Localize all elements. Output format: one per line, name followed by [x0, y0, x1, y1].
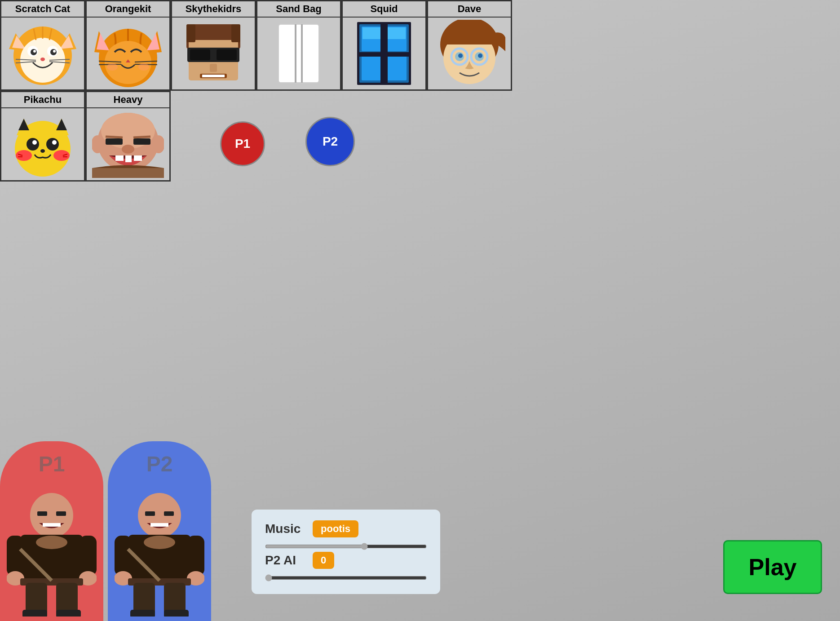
svg-rect-94 [37, 511, 47, 516]
svg-line-84 [106, 137, 123, 138]
p1-panel-arch[interactable]: P1 [0, 441, 103, 486]
p1-panel-body [0, 486, 103, 621]
char-img-orangekit [87, 18, 169, 89]
svg-point-63 [478, 53, 482, 58]
svg-rect-36 [190, 49, 210, 60]
svg-rect-55 [359, 52, 409, 57]
char-img-skythekidrs [172, 18, 255, 89]
svg-point-11 [53, 50, 56, 53]
svg-rect-100 [80, 536, 97, 576]
char-img-scratch-cat [1, 18, 84, 89]
svg-rect-83 [133, 138, 150, 145]
controls-panel: Music pootis P2 AI 0 [252, 510, 440, 594]
svg-point-73 [16, 150, 32, 161]
orangekit-svg [92, 20, 164, 87]
p2ai-label: P2 AI [265, 553, 305, 568]
dave-svg [433, 20, 505, 87]
svg-point-86 [122, 145, 134, 154]
svg-point-62 [458, 53, 463, 58]
heavy-head-svg [92, 111, 164, 178]
svg-point-10 [33, 50, 36, 53]
svg-point-31 [107, 63, 118, 71]
svg-point-74 [53, 150, 70, 161]
music-label: Music [265, 522, 305, 536]
svg-rect-95 [56, 511, 66, 516]
p1-panel-label: P1 [39, 452, 65, 476]
char-card-squid[interactable]: Squid [341, 0, 427, 91]
svg-rect-124 [164, 610, 189, 617]
char-card-sand-bag[interactable]: Sand Bag [256, 0, 341, 91]
svg-rect-37 [217, 49, 237, 60]
char-card-dave[interactable]: Dave [427, 0, 512, 91]
p2-panel-arch[interactable]: P2 [108, 441, 211, 486]
char-card-orangekit[interactable]: Orangekit [85, 0, 171, 91]
char-name-dave: Dave [428, 1, 511, 18]
svg-rect-41 [186, 24, 195, 42]
p2-indicator[interactable]: P2 [305, 117, 355, 166]
char-card-skythekidrs[interactable]: Skythekidrs [171, 0, 256, 91]
svg-rect-123 [130, 610, 155, 617]
char-img-pikachu [1, 108, 84, 180]
svg-rect-50 [362, 56, 382, 80]
char-img-squid [343, 18, 425, 89]
svg-point-98 [36, 536, 67, 549]
music-badge[interactable]: pootis [313, 520, 358, 537]
char-img-dave [428, 18, 511, 89]
char-name-heavy: Heavy [87, 92, 169, 108]
skythekidrs-svg [177, 20, 249, 87]
p2-panel-label: P2 [146, 452, 173, 476]
char-name-sand-bag: Sand Bag [257, 1, 340, 18]
p2ai-badge[interactable]: 0 [313, 552, 334, 569]
p2-circle-label: P2 [323, 134, 338, 149]
p2-panel-body [108, 486, 211, 621]
svg-line-85 [133, 137, 150, 138]
p1-circle-label: P1 [235, 137, 250, 151]
p2-player-panel: P2 [108, 441, 211, 621]
char-img-sand-bag [257, 18, 340, 89]
char-card-heavy[interactable]: Heavy [85, 91, 171, 182]
music-slider[interactable] [265, 545, 427, 548]
svg-rect-52 [363, 27, 381, 39]
sandbag-svg [263, 20, 335, 87]
char-name-scratch-cat: Scratch Cat [1, 1, 84, 18]
svg-point-93 [30, 493, 73, 538]
p2ai-slider-row [265, 576, 427, 580]
p2-character-sprite [115, 491, 204, 617]
p1-indicator[interactable]: P1 [220, 121, 265, 166]
svg-marker-68 [56, 119, 67, 130]
svg-rect-111 [164, 511, 174, 516]
svg-point-71 [32, 140, 37, 145]
svg-point-109 [138, 493, 181, 538]
char-card-pikachu[interactable]: Pikachu [0, 91, 85, 182]
svg-rect-92 [92, 168, 164, 178]
squid-svg [348, 20, 420, 87]
svg-rect-107 [22, 610, 47, 617]
char-img-heavy [87, 108, 169, 180]
svg-point-69 [27, 138, 39, 151]
play-button-label: Play [749, 554, 797, 581]
svg-point-114 [144, 536, 175, 549]
svg-rect-110 [145, 511, 155, 516]
char-card-scratch-cat[interactable]: Scratch Cat [0, 0, 85, 91]
play-button[interactable]: Play [723, 540, 822, 594]
svg-rect-88 [125, 155, 132, 162]
music-slider-row [265, 545, 427, 548]
p2ai-control-row: P2 AI 0 [265, 552, 427, 569]
svg-rect-99 [7, 536, 24, 576]
svg-point-70 [46, 138, 59, 151]
svg-rect-96 [43, 523, 61, 527]
svg-point-12 [40, 58, 45, 61]
svg-rect-112 [150, 523, 168, 527]
svg-rect-43 [279, 24, 319, 83]
p2ai-slider[interactable] [265, 576, 427, 580]
svg-marker-67 [18, 119, 29, 130]
p1-player-panel: P1 [0, 441, 103, 621]
svg-point-32 [138, 63, 149, 71]
svg-rect-51 [386, 56, 407, 80]
svg-rect-115 [115, 536, 132, 576]
svg-rect-82 [106, 138, 123, 145]
p1-character-sprite [7, 491, 97, 617]
svg-rect-53 [387, 27, 406, 39]
svg-rect-108 [56, 610, 81, 617]
char-name-skythekidrs: Skythekidrs [172, 1, 255, 18]
